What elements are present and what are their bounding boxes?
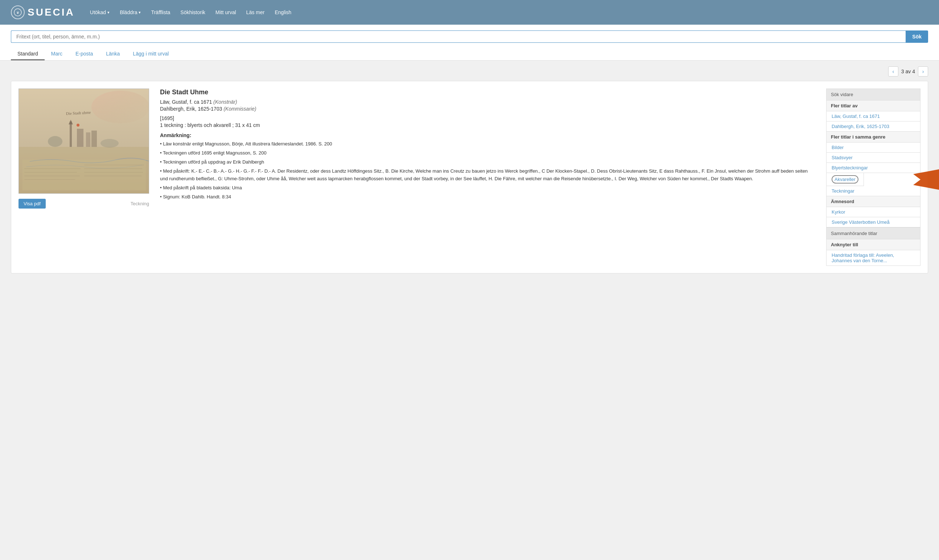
note-4: • Med påskrift på bladets baksida: Uma bbox=[160, 184, 815, 191]
sidebar-link-akvareller[interactable]: Akvareller bbox=[826, 173, 864, 186]
creator-1: Läw, Gustaf, f. ca 1671 (Konstnär) bbox=[160, 99, 815, 105]
nav-sokhistorik[interactable]: Sökhistorik bbox=[176, 7, 209, 17]
notes-text: • Läw konstnär enligt Magnusson, Börje, … bbox=[160, 140, 815, 201]
next-page-button[interactable]: › bbox=[918, 66, 928, 77]
view-tabs: Standard Marc E-posta Länka Lägg i mitt … bbox=[11, 48, 928, 60]
nav-utokad[interactable]: Utökad bbox=[86, 7, 114, 17]
creator-1-role: (Konstnär) bbox=[213, 99, 237, 105]
sidebar-amnesord-header: Ämnesord bbox=[826, 196, 921, 207]
nav-english[interactable]: English bbox=[270, 7, 296, 17]
sidebar-sammanhorande-header: Sammanhörande titlar bbox=[826, 228, 921, 239]
sidebar-link-bilder[interactable]: Bilder bbox=[826, 143, 921, 153]
page-info: 3 av 4 bbox=[901, 69, 915, 74]
sidebar-link-blyertsteckningar[interactable]: Blyertsteckningar bbox=[826, 163, 921, 173]
metadata-area: Die Stadt Uhme Läw, Gustaf, f. ca 1671 (… bbox=[156, 89, 819, 266]
sidebar-genre-header: Fler titlar i samma genre bbox=[826, 132, 921, 143]
sidebar-link-teckningar[interactable]: Teckningar bbox=[826, 186, 921, 196]
svg-rect-7 bbox=[77, 129, 83, 147]
creator-1-name: Läw, Gustaf, f. ca 1671 bbox=[160, 99, 212, 105]
svg-rect-8 bbox=[86, 132, 90, 147]
tab-lanka[interactable]: Länka bbox=[99, 48, 126, 60]
sidebar-link-law[interactable]: Läw, Gustaf, f. ca 1671 bbox=[826, 111, 921, 122]
orange-arrow-icon bbox=[913, 169, 939, 191]
sidebar-fler-titlar-av-header: Fler titlar av bbox=[826, 100, 921, 111]
sidebar-link-handritad[interactable]: Handritad förlaga till: Aveelen, Johanne… bbox=[826, 250, 921, 266]
image-label: Teckning bbox=[131, 201, 149, 206]
image-footer: Visa pdf Teckning bbox=[18, 197, 149, 210]
logo-text: SUECIA bbox=[28, 6, 75, 18]
sidebar-header: Sök vidare bbox=[826, 89, 921, 100]
search-area: Sök Standard Marc E-posta Länka Lägg i m… bbox=[0, 25, 939, 61]
tab-marc[interactable]: Marc bbox=[45, 48, 69, 60]
svg-rect-12 bbox=[23, 160, 146, 191]
creator-2-role: (Kommissarie) bbox=[223, 106, 256, 112]
record-date: [1695] bbox=[160, 115, 815, 121]
pagination-row: ‹ 3 av 4 › bbox=[11, 66, 928, 77]
nav-bladdra[interactable]: Bläddra bbox=[115, 7, 145, 17]
svg-rect-9 bbox=[91, 131, 97, 147]
nav-las-mer[interactable]: Läs mer bbox=[242, 7, 269, 17]
main-wrapper: ‹ 3 av 4 › bbox=[0, 61, 939, 279]
tab-standard[interactable]: Standard bbox=[11, 48, 45, 60]
svg-point-3 bbox=[91, 91, 149, 123]
sidebar-link-kyrkor[interactable]: Kyrkor bbox=[826, 207, 921, 217]
nav-mitt-urval[interactable]: Mitt urval bbox=[211, 7, 240, 17]
visa-pdf-button[interactable]: Visa pdf bbox=[18, 199, 46, 209]
note-1: • Teckningen utförd 1695 enligt Magnusso… bbox=[160, 149, 815, 157]
search-bar: Sök bbox=[11, 31, 928, 43]
svg-point-11 bbox=[100, 139, 119, 148]
record-title: Die Stadt Uhme bbox=[160, 89, 815, 96]
note-2: • Teckningen utförd på uppdrag av Erik D… bbox=[160, 158, 815, 166]
svg-marker-24 bbox=[913, 169, 939, 191]
sidebar-link-sverige-vasterbotten[interactable]: Sverige Västerbotten Umeå bbox=[826, 217, 921, 228]
svg-rect-5 bbox=[70, 122, 72, 147]
svg-point-10 bbox=[48, 136, 62, 147]
image-area: Die Stadt uhme Visa pdf Teckning bbox=[18, 89, 149, 266]
note-0: • Läw konstnär enligt Magnusson, Börje, … bbox=[160, 140, 815, 148]
nav-trafflista[interactable]: Träfflista bbox=[146, 7, 174, 17]
creator-2-name: Dahlbergh, Erik, 1625-1703 bbox=[160, 106, 222, 112]
note-3: • Med påskrift: K.- E.- C.- B.- A.- G.- … bbox=[160, 168, 815, 182]
record-card: Die Stadt uhme Visa pdf Teckning Die Sta… bbox=[11, 81, 928, 274]
akvareller-circle: Akvareller bbox=[831, 175, 859, 183]
header: ♛ SUECIA Utökad Bläddra Träfflista Sökhi… bbox=[0, 0, 939, 25]
note-5: • Signum: KoB Dahlb. Handt. 8:34 bbox=[160, 193, 815, 201]
creator-2: Dahlbergh, Erik, 1625-1703 (Kommissarie) bbox=[160, 106, 815, 112]
notes-heading: Anmärkning: bbox=[160, 132, 815, 138]
akvareller-row: Akvareller bbox=[826, 173, 921, 186]
physical-desc: 1 teckning : blyerts och akvarell ; 31 x… bbox=[160, 122, 815, 128]
sidebar-link-stadsvyer[interactable]: Stadsvyer bbox=[826, 153, 921, 163]
prev-page-button[interactable]: ‹ bbox=[888, 66, 898, 77]
search-input[interactable] bbox=[11, 31, 906, 43]
tab-eposta[interactable]: E-posta bbox=[69, 48, 99, 60]
crown-icon: ♛ bbox=[11, 5, 25, 19]
svg-point-23 bbox=[77, 124, 80, 126]
sidebar-link-dahlbergh[interactable]: Dahlbergh, Erik, 1625-1703 bbox=[826, 122, 921, 132]
sidebar-anknyter-header: Anknyter till bbox=[826, 239, 921, 250]
logo[interactable]: ♛ SUECIA bbox=[11, 5, 75, 19]
svg-text:♛: ♛ bbox=[16, 11, 19, 14]
tab-lagg-i-mitt-urval[interactable]: Lägg i mitt urval bbox=[126, 48, 175, 60]
main-nav: Utökad Bläddra Träfflista Sökhistorik Mi… bbox=[86, 7, 296, 17]
sidebar: Sök vidare Fler titlar av Läw, Gustaf, f… bbox=[826, 89, 921, 266]
record-image[interactable]: Die Stadt uhme bbox=[18, 89, 149, 194]
search-button[interactable]: Sök bbox=[906, 31, 928, 43]
